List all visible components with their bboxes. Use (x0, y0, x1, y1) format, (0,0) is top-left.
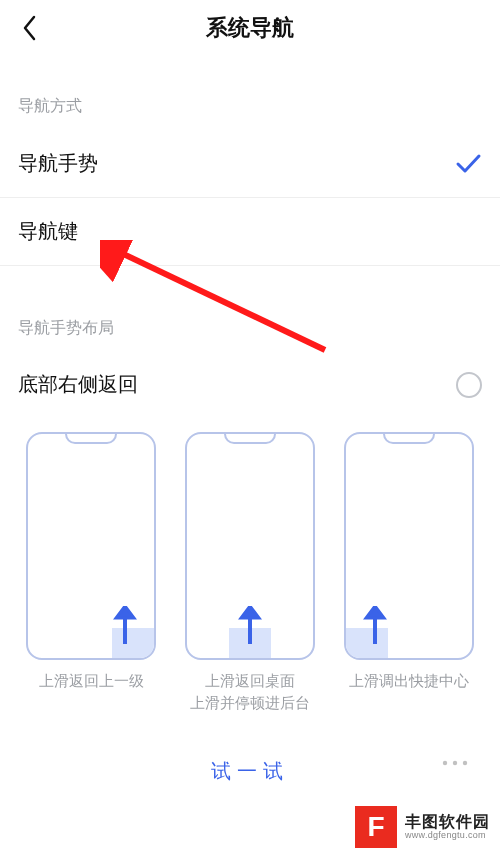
svg-marker-6 (366, 606, 384, 618)
gesture-card-quick-center[interactable]: 上滑调出快捷中心 (335, 432, 482, 714)
watermark-url: www.dgfengtu.com (405, 831, 490, 841)
radio-unchecked-icon (456, 372, 482, 398)
gesture-card-caption: 上滑调出快捷中心 (349, 670, 469, 692)
section-label-nav-mode: 导航方式 (0, 56, 500, 129)
svg-point-8 (453, 760, 457, 764)
gesture-card-back[interactable]: 上滑返回上一级 (18, 432, 165, 714)
phone-preview (344, 432, 474, 660)
svg-point-7 (443, 760, 447, 764)
option-keys[interactable]: 导航键 (0, 198, 500, 265)
watermark-title: 丰图软件园 (405, 813, 490, 831)
swipe-up-icon (108, 606, 142, 650)
option-right-side-back[interactable]: 底部右侧返回 (0, 351, 500, 418)
watermark: F 丰图软件园 www.dgfengtu.com (353, 806, 500, 848)
phone-preview (26, 432, 156, 660)
option-right-side-back-label: 底部右侧返回 (18, 371, 138, 398)
gesture-card-caption: 上滑返回桌面 上滑并停顿进后台 (190, 670, 310, 714)
svg-marker-2 (116, 606, 134, 618)
option-gesture-label: 导航手势 (18, 150, 98, 177)
gesture-cards: 上滑返回上一级 上滑返回桌面 上滑并停顿进后台 (0, 418, 500, 722)
phone-preview (185, 432, 315, 660)
more-icon (440, 756, 470, 770)
svg-marker-4 (241, 606, 259, 618)
chevron-left-icon (22, 15, 38, 41)
swipe-up-icon (233, 606, 267, 650)
gesture-card-caption: 上滑返回上一级 (39, 670, 144, 692)
option-keys-label: 导航键 (18, 218, 78, 245)
try-button[interactable]: 试一试 (211, 758, 289, 785)
option-gesture[interactable]: 导航手势 (0, 129, 500, 198)
watermark-logo: F (355, 806, 397, 848)
check-icon (454, 149, 482, 177)
section-label-gesture-layout: 导航手势布局 (0, 296, 500, 351)
swipe-up-icon (358, 606, 392, 650)
gesture-card-home[interactable]: 上滑返回桌面 上滑并停顿进后台 (177, 432, 324, 714)
svg-point-9 (463, 760, 467, 764)
back-button[interactable] (16, 14, 44, 42)
page-title: 系统导航 (206, 13, 294, 43)
